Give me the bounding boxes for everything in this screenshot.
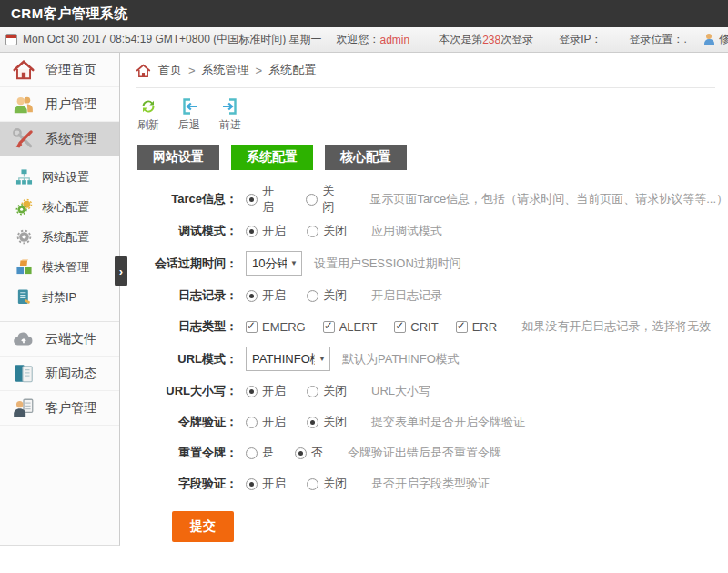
radio-icon <box>306 194 318 206</box>
form-row-debug: 调试模式： 开启 关闭 应用调试模式 <box>136 216 728 246</box>
radio-option-on[interactable]: 开启 <box>246 223 286 239</box>
sidebar-item-label: 客户管理 <box>46 400 96 417</box>
sidebar-item-label: 系统配置 <box>42 229 89 246</box>
field-hint: 应用调试模式 <box>371 223 442 239</box>
login-ip-label: 登录IP： <box>559 32 602 47</box>
radio-option-on[interactable]: 开启 <box>246 287 286 304</box>
tab-site-settings[interactable]: 网站设置 <box>137 145 219 170</box>
form-row-log-type: 日志类型： EMERG ALERT CRIT ERR 如果没有开启日志记录，选择… <box>136 311 728 342</box>
checkbox-icon <box>394 321 406 333</box>
sidebar-item-system-management[interactable]: 系统管理 <box>0 122 119 156</box>
breadcrumb: 首页 > 系统管理 > 系统配置 <box>136 53 715 88</box>
radio-option-no[interactable]: 否 <box>295 445 323 461</box>
field-label: 调试模式： <box>136 223 238 239</box>
radio-icon <box>307 417 318 428</box>
radio-option-off[interactable]: 关闭 <box>307 383 347 399</box>
sidebar-item-system-config[interactable]: 系统配置 <box>0 222 119 252</box>
login-location-label: 登录位置：. <box>630 32 687 47</box>
field-hint: 令牌验证出错后是否重置令牌 <box>348 445 501 461</box>
sidebar-item-admin-home[interactable]: 管理首页 <box>0 53 119 87</box>
radio-option-on[interactable]: 开启 <box>246 383 286 399</box>
sidebar-item-customer-management[interactable]: 客户管理 <box>0 391 119 426</box>
radio-option-on[interactable]: 开启 <box>246 476 286 492</box>
breadcrumb-system-management[interactable]: 系统管理 <box>202 62 249 78</box>
toolbar-label: 前进 <box>219 117 241 133</box>
checkbox-icon <box>246 321 258 333</box>
gear-gray-icon <box>15 228 33 246</box>
notebook-icon <box>15 288 33 306</box>
checkbox-crit[interactable]: CRIT <box>394 320 438 334</box>
sidebar-collapse-handle[interactable]: › <box>115 256 127 286</box>
radio-icon <box>246 417 258 428</box>
field-hint: 显示页面Tarce信息，包括（请求时间、当前页面、请求协议等等...） <box>369 191 728 207</box>
field-hint: 开启日志记录 <box>371 287 442 304</box>
sidebar-item-news[interactable]: 新闻动态 <box>0 357 119 391</box>
breadcrumb-system-config[interactable]: 系统配置 <box>268 62 316 78</box>
main-content: 首页 > 系统管理 > 系统配置 刷新 后退 <box>120 53 728 546</box>
forward-icon <box>221 97 239 116</box>
login-count: 238 <box>482 34 500 46</box>
sidebar-item-label: 模块管理 <box>42 259 89 276</box>
refresh-button[interactable]: 刷新 <box>137 97 159 133</box>
radio-option-off[interactable]: 关闭 <box>307 223 347 239</box>
url-mode-select[interactable]: PATHINFO模式 ▼ <box>246 347 330 371</box>
radio-option-off[interactable]: 关闭 <box>306 183 345 216</box>
checkbox-err[interactable]: ERR <box>456 320 497 334</box>
radio-option-off[interactable]: 关闭 <box>307 287 347 304</box>
sidebar-item-site-settings[interactable]: 网站设置 <box>0 162 119 192</box>
login-count-text: 本次是第 238 次登录 <box>439 32 533 47</box>
tab-system-config[interactable]: 系统配置 <box>231 145 313 170</box>
sidebar-item-label: 网站设置 <box>42 169 89 186</box>
form-row-session-expire: 会话过期时间： 10分钟 ▼ 设置用户SESSION过期时间 <box>136 246 728 280</box>
radio-option-on[interactable]: 开启 <box>246 183 285 216</box>
radio-icon <box>295 447 307 459</box>
toolbar-label: 刷新 <box>137 117 159 133</box>
radio-option-on[interactable]: 开启 <box>246 414 286 430</box>
field-hint: 默认为PATHINFO模式 <box>342 351 460 367</box>
radio-option-off[interactable]: 关闭 <box>307 476 347 492</box>
form-row-url-mode: URL模式： PATHINFO模式 ▼ 默认为PATHINFO模式 <box>136 342 728 376</box>
sidebar-item-ban-ip[interactable]: 封禁IP <box>0 282 119 312</box>
users-icon <box>12 93 35 116</box>
back-button[interactable]: 后退 <box>178 97 200 133</box>
form-row-log-record: 日志记录： 开启 关闭 开启日志记录 <box>136 280 728 311</box>
sidebar-item-label: 新闻动态 <box>46 366 96 382</box>
sidebar-item-core-config[interactable]: 核心配置 <box>0 192 119 222</box>
sidebar-item-cloud-files[interactable]: 云端文件 <box>0 322 119 357</box>
sidebar-group: 云端文件 新闻动态 客户管理 <box>0 321 119 460</box>
form-row-token-reset: 重置令牌： 是 否 令牌验证出错后是否重置令牌 <box>136 437 728 468</box>
tab-core-config[interactable]: 核心配置 <box>325 145 407 170</box>
chevron-right-icon: › <box>119 265 123 278</box>
radio-icon <box>246 290 258 302</box>
chevron-down-icon: ▼ <box>318 355 326 363</box>
forward-button[interactable]: 前进 <box>219 97 241 133</box>
checkbox-alert[interactable]: ALERT <box>323 320 378 334</box>
back-icon <box>180 97 198 116</box>
sidebar-item-label: 核心配置 <box>42 199 89 216</box>
checkbox-emerg[interactable]: EMERG <box>246 320 306 334</box>
field-label: URL大小写： <box>136 383 238 399</box>
calendar-icon <box>5 34 17 45</box>
form-row-url-case: URL大小写： 开启 关闭 URL大小写 <box>136 376 728 407</box>
radio-option-off[interactable]: 关闭 <box>307 414 347 430</box>
checkbox-icon <box>323 321 335 333</box>
cubes-icon <box>15 258 33 276</box>
info-header: Mon Oct 30 2017 08:54:19 GMT+0800 (中国标准时… <box>0 27 728 53</box>
field-hint: URL大小写 <box>371 383 430 399</box>
sidebar-item-module-management[interactable]: 模块管理 <box>0 252 119 282</box>
field-label: 会话过期时间： <box>136 256 238 272</box>
session-expire-select[interactable]: 10分钟 ▼ <box>246 251 302 276</box>
breadcrumb-home[interactable]: 首页 <box>158 62 182 78</box>
sidebar-item-user-management[interactable]: 用户管理 <box>0 87 119 122</box>
books-icon <box>12 362 35 386</box>
radio-option-yes[interactable]: 是 <box>246 445 274 461</box>
radio-icon <box>246 194 258 206</box>
field-label: 日志类型： <box>136 318 238 335</box>
home-icon <box>12 58 35 82</box>
field-label: 字段验证： <box>136 476 238 492</box>
change-password-link[interactable]: 修改密码 <box>703 32 728 47</box>
submit-button[interactable]: 提交 <box>172 511 234 542</box>
radio-icon <box>307 226 318 237</box>
sidebar-submenu: 网站设置 核心配置 系统配置 <box>0 156 119 321</box>
field-hint: 是否开启字段类型验证 <box>371 476 490 492</box>
